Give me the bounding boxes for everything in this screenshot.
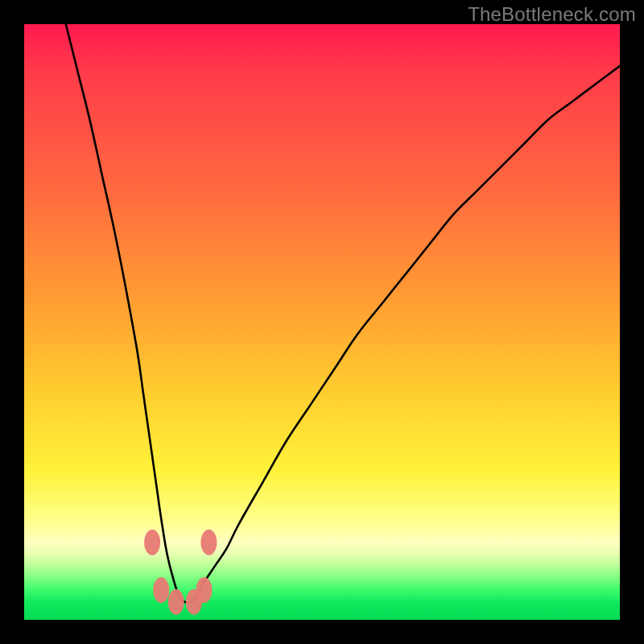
chart-frame: TheBottleneck.com bbox=[0, 0, 644, 644]
plot-area bbox=[24, 24, 620, 620]
watermark-text: TheBottleneck.com bbox=[468, 3, 636, 26]
background-gradient bbox=[24, 24, 620, 620]
